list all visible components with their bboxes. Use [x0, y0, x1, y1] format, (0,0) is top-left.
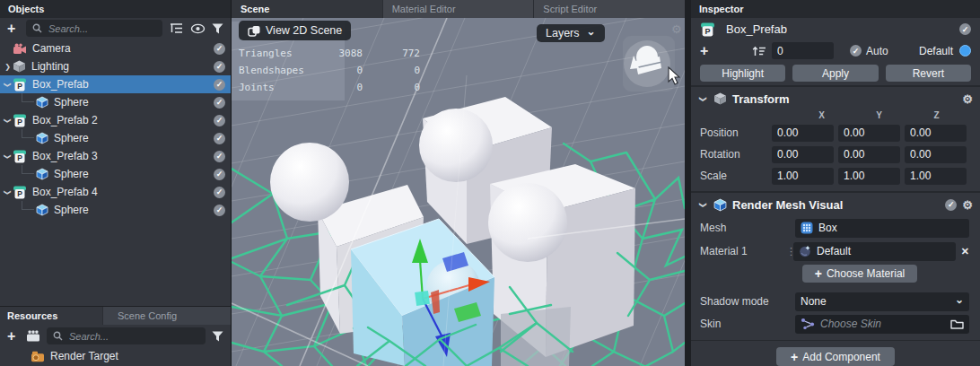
layers-button[interactable]: Layers: [537, 24, 605, 42]
resource-item-render-target[interactable]: Render Target: [0, 347, 231, 365]
viewport-settings-gear-icon[interactable]: ⚙: [671, 22, 682, 36]
collapse-chevron-icon[interactable]: [698, 201, 708, 209]
visibility-eye-icon[interactable]: [190, 23, 206, 34]
tab-scene-config[interactable]: Scene Config: [102, 307, 231, 325]
order-input[interactable]: [772, 42, 834, 59]
position-x-input[interactable]: [772, 125, 834, 142]
tree-item-box-prefab-4[interactable]: P Box_Prefab 4: [0, 183, 231, 201]
collapse-chevron-icon[interactable]: [698, 95, 708, 103]
shadow-mode-dropdown[interactable]: None: [795, 292, 969, 311]
tree-item-camera[interactable]: Camera: [0, 39, 231, 57]
tab-scene[interactable]: Scene: [232, 0, 383, 18]
visibility-checkbox[interactable]: [214, 151, 225, 162]
transform-header[interactable]: Transform: [691, 87, 980, 110]
prefab-action-buttons: Highlight Apply Revert: [691, 61, 980, 85]
material-field[interactable]: Default: [793, 242, 956, 261]
resources-search[interactable]: [47, 327, 206, 344]
tree-item-sphere[interactable]: Sphere: [0, 93, 231, 111]
mesh-field[interactable]: Box: [795, 219, 969, 238]
position-row: Position: [691, 122, 980, 144]
tree-item-label: Box_Prefab 2: [32, 114, 210, 126]
position-y-input[interactable]: [838, 125, 900, 142]
visibility-checkbox[interactable]: [214, 97, 225, 109]
scale-z-input[interactable]: [905, 168, 967, 185]
tree-item-sphere[interactable]: Sphere: [0, 129, 231, 147]
expander-icon[interactable]: [3, 81, 13, 89]
prefab-sphere[interactable]: [419, 109, 493, 182]
visibility-checkbox[interactable]: [214, 169, 225, 180]
remove-material-icon[interactable]: [961, 246, 969, 257]
tree-item-box-prefab-3[interactable]: P Box_Prefab 3: [0, 147, 231, 165]
component-enabled-checkbox[interactable]: [945, 199, 957, 211]
scale-x-input[interactable]: [772, 168, 834, 185]
mesh-value: Box: [818, 222, 837, 234]
scale-y-input[interactable]: [838, 168, 900, 185]
prefab-sphere[interactable]: [270, 143, 349, 222]
svg-text:P: P: [17, 82, 22, 91]
tab-material-editor[interactable]: Material Editor: [383, 0, 535, 18]
visibility-checkbox[interactable]: [214, 79, 225, 91]
material-sphere-icon: [799, 245, 811, 257]
rotation-x-input[interactable]: [772, 146, 834, 163]
packages-icon[interactable]: [26, 330, 40, 342]
tab-resources[interactable]: Resources: [0, 307, 102, 325]
view-2d-scene-button[interactable]: View 2D Scene: [239, 21, 351, 40]
gear-icon[interactable]: [962, 93, 973, 105]
add-component-button[interactable]: Add Component: [776, 347, 895, 366]
visibility-checkbox[interactable]: [214, 187, 225, 198]
transform-icon: [713, 92, 727, 105]
objects-search-input[interactable]: [47, 22, 156, 35]
rotation-row: Rotation: [691, 144, 980, 165]
viewport-tabbar: Scene Material Editor Script Editor: [232, 0, 685, 18]
add-resource-button[interactable]: [7, 329, 20, 344]
resources-search-input[interactable]: [67, 330, 199, 343]
tree-item-label: Box_Prefab: [32, 78, 210, 91]
render-mesh-visual-header[interactable]: Render Mesh Visual: [691, 193, 980, 216]
visibility-checkbox[interactable]: [214, 133, 225, 144]
visibility-checkbox[interactable]: [214, 205, 225, 216]
tree-item-lighting[interactable]: Lighting: [0, 57, 231, 75]
objects-search[interactable]: [26, 20, 162, 37]
filter-icon[interactable]: [212, 331, 223, 342]
choose-material-button[interactable]: Choose Material: [802, 265, 917, 283]
tree-item-box-prefab[interactable]: P Box_Prefab: [0, 75, 231, 93]
highlight-button[interactable]: Highlight: [700, 65, 785, 82]
hierarchy-view-icon[interactable]: [169, 22, 184, 34]
prefab-sphere[interactable]: [488, 183, 567, 262]
objects-panel-title: Objects: [0, 0, 231, 18]
expander-icon[interactable]: [3, 117, 13, 125]
gear-icon[interactable]: [962, 199, 973, 211]
default-radio[interactable]: [959, 45, 971, 57]
visibility-checkbox[interactable]: [214, 61, 225, 73]
rotation-z-input[interactable]: [905, 146, 967, 163]
svg-text:P: P: [17, 189, 22, 198]
resource-item-label: Render Target: [50, 350, 225, 362]
render-mesh-visual-title: Render Mesh Visual: [732, 198, 936, 212]
rotation-y-input[interactable]: [838, 146, 900, 163]
skin-field[interactable]: Choose Skin: [795, 315, 969, 334]
tree-item-box-prefab-2[interactable]: P Box_Prefab 2: [0, 111, 231, 129]
expander-icon[interactable]: [3, 188, 13, 196]
expander-icon[interactable]: [3, 63, 13, 71]
revert-button[interactable]: Revert: [886, 65, 971, 82]
add-button[interactable]: [700, 44, 713, 58]
drag-handle-icon[interactable]: [786, 246, 792, 257]
position-z-input[interactable]: [905, 125, 967, 142]
shadow-mode-row: Shadow mode None: [691, 291, 980, 312]
auto-checkbox[interactable]: [850, 45, 862, 57]
gizmo-center-handle[interactable]: [415, 291, 430, 306]
mesh-cube-icon: [713, 198, 727, 212]
axes-header: X Y Z: [691, 110, 980, 122]
apply-button[interactable]: Apply: [792, 65, 878, 82]
add-object-button[interactable]: [7, 22, 20, 36]
tab-script-editor[interactable]: Script Editor: [534, 0, 685, 18]
folder-icon[interactable]: [950, 318, 964, 329]
entity-enabled-checkbox[interactable]: [959, 23, 971, 35]
filter-icon[interactable]: [212, 23, 223, 34]
visibility-checkbox[interactable]: [214, 115, 225, 126]
tree-item-sphere[interactable]: Sphere: [0, 201, 231, 219]
visibility-checkbox[interactable]: [214, 43, 225, 55]
expander-icon[interactable]: [3, 152, 13, 161]
tree-item-sphere[interactable]: Sphere: [0, 165, 231, 183]
resources-list: Render Target: [0, 347, 231, 365]
